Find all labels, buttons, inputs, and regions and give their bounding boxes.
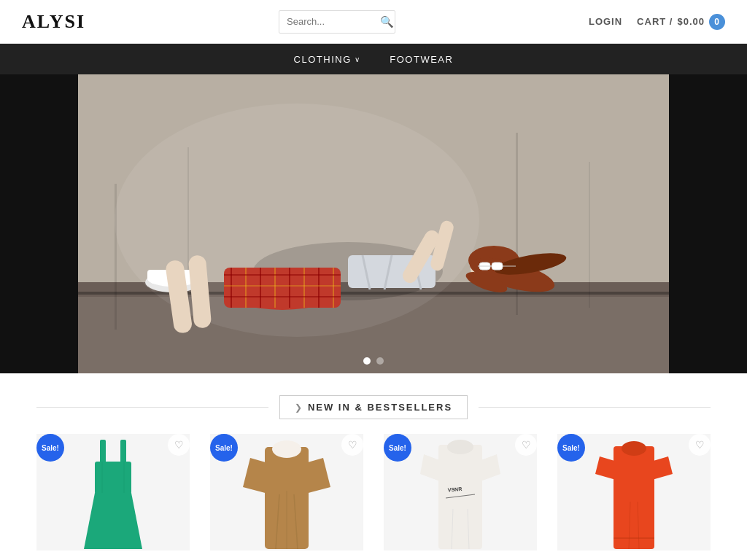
nav-bar: CLOTHING ∨ FOOTWEAR [0, 44, 747, 74]
product-card-4[interactable]: Sale! ♡ [557, 434, 711, 551]
product-image-2: Sale! ♡ [210, 434, 363, 551]
hero-dots [363, 357, 384, 365]
chevron-down-icon: ∨ [355, 55, 361, 63]
wishlist-button-4[interactable]: ♡ [689, 434, 711, 456]
svg-marker-48 [84, 493, 142, 549]
header: ALYSI 🔍 LOGIN CART / $0.00 0 [0, 0, 747, 44]
svg-rect-46 [120, 440, 126, 465]
wishlist-button-2[interactable]: ♡ [341, 434, 363, 456]
product-card-1[interactable]: Sale! ♡ [36, 434, 190, 551]
product-card-3[interactable]: Sale! ♡ VSNR [384, 434, 537, 551]
sale-badge-1: Sale! [36, 434, 64, 462]
sale-badge-4: Sale! [557, 434, 585, 462]
svg-rect-60 [438, 445, 482, 549]
section-title-box[interactable]: ❯ NEW IN & BESTSELLERS [279, 395, 468, 419]
login-link[interactable]: LOGIN [589, 16, 622, 27]
header-right: LOGIN CART / $0.00 0 [589, 14, 725, 30]
wishlist-button-3[interactable]: ♡ [515, 434, 537, 456]
cart-link[interactable]: CART / $0.00 0 [637, 14, 725, 30]
section-line-right [479, 407, 711, 408]
hero-dot-2[interactable] [376, 357, 384, 365]
product-image-1: Sale! ♡ [36, 434, 190, 551]
nav-item-footwear[interactable]: FOOTWEAR [390, 54, 453, 65]
sale-badge-3: Sale! [384, 434, 411, 462]
svg-rect-47 [95, 462, 131, 494]
hero-image [78, 74, 669, 373]
cart-amount: $0.00 [677, 16, 705, 27]
product-image-4: Sale! ♡ [557, 434, 711, 551]
cart-count: 0 [709, 14, 725, 30]
site-logo[interactable]: ALYSI [22, 11, 85, 33]
search-button[interactable]: 🔍 [374, 15, 395, 28]
sale-badge-2: Sale! [210, 434, 238, 462]
section-line-left [36, 407, 268, 408]
nav-footwear-label: FOOTWEAR [390, 54, 453, 65]
section-title-text: NEW IN & BESTSELLERS [308, 402, 452, 413]
hero-dot-1[interactable] [363, 357, 371, 365]
section-title-container: ❯ NEW IN & BESTSELLERS [0, 395, 747, 419]
hero-svg [78, 74, 669, 373]
nav-item-clothing[interactable]: CLOTHING ∨ [294, 54, 361, 65]
svg-rect-4 [115, 184, 117, 330]
product-card-2[interactable]: Sale! ♡ [210, 434, 363, 551]
nav-clothing-label: CLOTHING [294, 54, 352, 65]
product-svg-3: VSNR [420, 436, 500, 549]
cart-label: CART / [637, 16, 673, 27]
search-icon: 🔍 [380, 15, 394, 28]
wishlist-button-1[interactable]: ♡ [168, 434, 190, 456]
svg-point-69 [622, 441, 646, 456]
product-image-3: Sale! ♡ VSNR [384, 434, 537, 551]
svg-point-54 [272, 440, 301, 458]
product-svg-2 [243, 436, 330, 549]
product-svg-1 [77, 436, 150, 549]
search-form[interactable]: 🔍 [279, 10, 395, 34]
svg-point-61 [447, 440, 473, 454]
products-grid: Sale! ♡ Sale! ♡ [0, 434, 747, 551]
svg-rect-7 [589, 162, 590, 308]
svg-rect-41 [492, 262, 503, 270]
search-input[interactable] [279, 12, 374, 31]
svg-rect-45 [100, 440, 106, 465]
svg-rect-16 [224, 268, 341, 308]
section-title-arrow-icon: ❯ [295, 402, 302, 413]
product-svg-4 [594, 436, 674, 549]
svg-rect-68 [614, 446, 654, 549]
hero-section [0, 74, 747, 373]
